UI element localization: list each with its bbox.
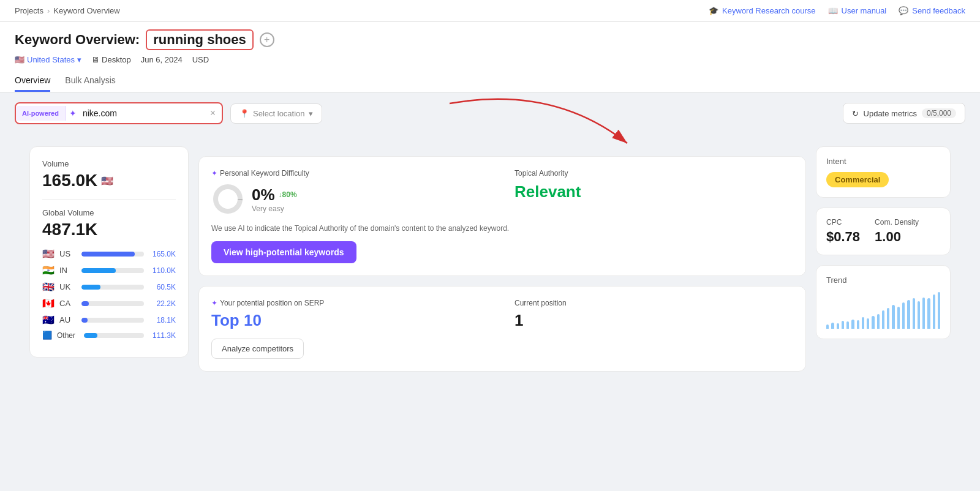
sparkle-icon: ✦	[211, 169, 217, 178]
pkd-card-top: ✦ Personal Keyword Difficulty	[211, 169, 793, 216]
country-row-ca: 🇨🇦 CA 22.2K	[42, 298, 176, 309]
main-content: Volume 165.0K 🇺🇸 Global Volume 487.1K 🇺🇸…	[15, 134, 965, 384]
current-position-value: 1	[514, 311, 793, 330]
country-row-uk: 🇬🇧 UK 60.5K	[42, 281, 176, 293]
trend-bar-item	[902, 302, 905, 329]
trend-bar-item	[851, 320, 854, 329]
other-flag: 🟦	[42, 331, 52, 340]
trend-bar-item	[826, 324, 829, 329]
serp-position-value: Top 10	[211, 311, 490, 330]
clear-search-button[interactable]: ×	[204, 108, 222, 119]
intent-label: Intent	[826, 157, 940, 166]
feedback-link[interactable]: 💬 Send feedback	[899, 6, 965, 15]
volume-value: 165.0K 🇺🇸	[42, 171, 176, 190]
tab-bulk-analysis[interactable]: Bulk Analysis	[65, 70, 115, 92]
location-placeholder-text: Select location	[253, 109, 305, 118]
trend-bar-item	[862, 317, 864, 329]
date-item: Jun 6, 2024	[141, 55, 183, 64]
pkd-value: 0%	[252, 186, 275, 204]
cpc-row: CPC $0.78 Com. Density 1.00	[826, 218, 940, 245]
course-link[interactable]: 🎓 Keyword Research course	[709, 6, 815, 15]
chevron-down-icon: ▾	[309, 109, 313, 118]
serp-card: ✦ Your potential position on SERP Top 10…	[198, 286, 806, 372]
trend-bar-item	[857, 320, 859, 329]
search-bar-row: AI-powered ✦ × 📍 Select location ▾ ↻ Upd…	[15, 102, 965, 124]
density-item: Com. Density 1.00	[875, 218, 919, 245]
desktop-icon: 🖥	[91, 55, 99, 64]
pkd-card: ✦ Personal Keyword Difficulty	[198, 156, 806, 276]
meta-row: 🇺🇸 United States ▾ 🖥 Desktop Jun 6, 2024…	[15, 55, 965, 70]
breadcrumb: Projects › Keyword Overview	[15, 6, 120, 15]
location-select-button[interactable]: 📍 Select location ▾	[230, 103, 322, 124]
trend-bar-item	[872, 316, 874, 329]
country-row-us: 🇺🇸 US 165.0K	[42, 248, 176, 260]
update-metrics-button[interactable]: ↻ Update metrics 0/5,000	[843, 103, 965, 124]
serp-position-label: ✦ Your potential position on SERP	[211, 299, 490, 307]
ta-label: Topical Authority	[514, 169, 793, 178]
trend-card: Trend	[816, 265, 951, 339]
chevron-down-icon: ▾	[77, 55, 81, 64]
current-position-section: Current position 1	[514, 299, 793, 330]
search-and-content: AI-powered ✦ × 📍 Select location ▾ ↻ Upd…	[0, 92, 980, 384]
analyze-competitors-button[interactable]: Analyze competitors	[211, 339, 304, 359]
country-row-other: 🟦 Other 111.3K	[42, 331, 176, 340]
volume-card: Volume 165.0K 🇺🇸 Global Volume 487.1K 🇺🇸…	[29, 146, 189, 358]
breadcrumb-current: Keyword Overview	[53, 6, 119, 15]
trend-bar-item	[887, 308, 889, 329]
country-row-in: 🇮🇳 IN 110.0K	[42, 264, 176, 276]
cpc-value: $0.78	[826, 229, 860, 245]
current-position-label: Current position	[514, 299, 793, 307]
breadcrumb-projects[interactable]: Projects	[15, 6, 43, 15]
global-volume-label: Global Volume	[42, 208, 176, 217]
ta-value: Relevant	[514, 182, 793, 201]
page-header: Keyword Overview: running shoes + 🇺🇸 Uni…	[0, 22, 980, 92]
serp-potential-section: ✦ Your potential position on SERP Top 10	[211, 299, 490, 330]
us-flag-small: 🇺🇸	[101, 175, 113, 187]
trend-bar-item	[907, 300, 910, 329]
manual-link[interactable]: 📖 User manual	[828, 6, 887, 15]
density-label: Com. Density	[875, 218, 919, 227]
keyword-badge: running shoes	[146, 29, 254, 50]
tab-overview[interactable]: Overview	[15, 70, 50, 92]
ai-powered-badge: AI-powered	[16, 106, 66, 121]
cpc-item: CPC $0.78	[826, 218, 860, 245]
au-flag: 🇦🇺	[42, 314, 55, 326]
currency-value: USD	[192, 55, 209, 64]
location-selector[interactable]: 🇺🇸 United States ▾	[15, 55, 81, 64]
pkd-value-block: 0% ↓80% Very easy	[252, 186, 297, 213]
nav-links: 🎓 Keyword Research course 📖 User manual …	[709, 6, 965, 15]
density-value: 1.00	[875, 229, 919, 245]
message-icon: 💬	[899, 6, 908, 15]
refresh-icon: ↻	[852, 109, 859, 118]
top-nav: Projects › Keyword Overview 🎓 Keyword Re…	[0, 0, 980, 22]
us-flag: 🇺🇸	[42, 248, 55, 260]
pkd-label: ✦ Personal Keyword Difficulty	[211, 169, 490, 178]
mid-col: ✦ Personal Keyword Difficulty	[198, 146, 806, 372]
page-title-row: Keyword Overview: running shoes +	[15, 29, 965, 50]
donut-wrapper: 0% ↓80% Very easy	[211, 182, 490, 216]
country-row-au: 🇦🇺 AU 18.1K	[42, 314, 176, 326]
date-value: Jun 6, 2024	[141, 55, 183, 64]
trend-bar-item	[913, 298, 915, 329]
search-input-wrapper: AI-powered ✦ ×	[15, 102, 223, 124]
add-keyword-button[interactable]: +	[260, 32, 274, 47]
trend-bar-item	[927, 298, 930, 329]
trend-bar-item	[831, 323, 834, 329]
domain-search-input[interactable]	[80, 103, 204, 123]
page-title-label: Keyword Overview:	[15, 32, 140, 48]
serp-card-top: ✦ Your potential position on SERP Top 10…	[211, 299, 793, 330]
svg-point-1	[216, 187, 240, 211]
donut-chart	[211, 182, 244, 216]
trend-bar-item	[867, 318, 869, 329]
ca-flag: 🇨🇦	[42, 298, 55, 309]
pkd-delta: ↓80%	[279, 190, 297, 199]
trend-bar-item	[846, 321, 849, 329]
intent-card: Intent Commercial	[816, 146, 951, 198]
device-label: Desktop	[102, 55, 131, 64]
cpc-label: CPC	[826, 218, 860, 227]
pkd-sub: Very easy	[252, 204, 297, 213]
country-breakdown: 🇺🇸 US 165.0K 🇮🇳 IN 110.0K 🇬🇧 UK	[42, 248, 176, 340]
uk-flag: 🇬🇧	[42, 281, 55, 293]
location-pin-icon: 📍	[239, 109, 249, 118]
view-keywords-button[interactable]: View high-potential keywords	[211, 241, 356, 263]
